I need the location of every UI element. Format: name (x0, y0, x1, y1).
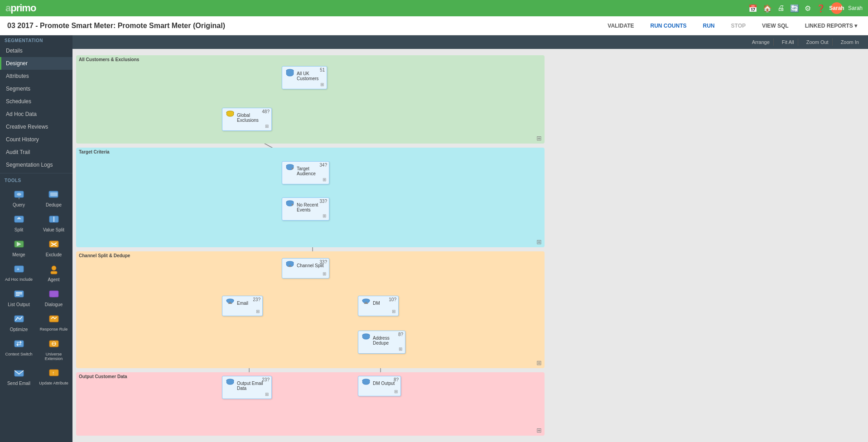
node-dm[interactable]: 10? DM ⊞ (358, 296, 399, 316)
db-icon-1 (285, 68, 295, 78)
node-address-dedupe[interactable]: 8? Address Dedupe ⊞ (358, 331, 405, 354)
home-icon[interactable]: 🏠 (763, 4, 772, 13)
logo: aprimo (5, 2, 36, 14)
node-footer-icon-3: ⊞ (323, 177, 326, 182)
sidebar-item-designer[interactable]: Designer (0, 57, 72, 70)
tool-optimize[interactable]: Optimize (2, 311, 36, 335)
avatar[interactable]: Sarah (831, 2, 843, 14)
svg-point-16 (52, 266, 56, 270)
lane-exclusions-label: All Customers & Exclusions (79, 57, 139, 62)
sidebar-item-schedules[interactable]: Schedules (0, 95, 72, 108)
arrange-button[interactable]: Arrange (748, 38, 774, 46)
sidebar-item-creative-reviews[interactable]: Creative Reviews (0, 120, 72, 133)
tool-agent[interactable]: Agent (37, 261, 71, 285)
fit-all-button[interactable]: Fit All (778, 38, 798, 46)
list-output-icon (13, 288, 25, 301)
tool-send-email-label: Send Email (7, 381, 30, 386)
node-footer-icon-4: ⊞ (323, 213, 326, 218)
zoom-out-button[interactable]: Zoom Out (803, 38, 833, 46)
refresh-icon[interactable]: 🔄 (790, 4, 799, 13)
run-button[interactable]: RUN (699, 21, 719, 31)
sidebar-item-segmentation-logs[interactable]: Segmentation Logs (0, 159, 72, 171)
sidebar-item-segments[interactable]: Segments (0, 82, 72, 95)
canvas-inner: All Customers & Exclusions ⊞ Target Crit… (72, 49, 548, 442)
node-count-5: 33? (319, 259, 327, 264)
node-global-exclusions[interactable]: 48? Global Exclusions ⊞ (222, 108, 272, 131)
node-count-8: 8? (398, 332, 403, 337)
tool-list-output-label: List Output (8, 302, 29, 307)
ad-hoc-include-icon: + (13, 264, 25, 276)
help-icon[interactable]: ❓ (816, 4, 825, 13)
logo-text: a (5, 2, 10, 14)
node-email[interactable]: 23? Email ⊞ (222, 296, 263, 316)
run-counts-button[interactable]: RUN COUNTS (647, 21, 690, 31)
canvas-area: Arrange Fit All Zoom Out Zoom In (72, 35, 868, 442)
tool-context-switch[interactable]: Context Switch (2, 336, 36, 364)
node-all-uk-customers[interactable]: 51 All UK Customers ⊞ (282, 66, 327, 89)
top-icons: 📅 🏠 🖨 🔄 ⚙ ❓ Sarah Sarah (748, 2, 863, 14)
canvas-toolbar: Arrange Fit All Zoom Out Zoom In (72, 35, 868, 49)
dedupe-icon (48, 189, 60, 202)
node-footer-icon-5: ⊞ (323, 271, 326, 276)
validate-button[interactable]: VALIDATE (604, 21, 637, 31)
user-name[interactable]: Sarah (848, 5, 863, 11)
tool-query[interactable]: Query (2, 186, 36, 210)
tool-dedupe[interactable]: Dedupe (37, 186, 71, 210)
tool-value-split[interactable]: Value Split (37, 211, 71, 235)
tool-update-attribute[interactable]: ↑ Update Attribute (37, 365, 71, 389)
tool-merge[interactable]: Merge (2, 236, 36, 260)
node-channel-split[interactable]: 33? Channel Split ⊞ (282, 258, 329, 279)
tool-list-output[interactable]: List Output (2, 286, 36, 310)
tool-dialogue[interactable]: Dialogue (37, 286, 71, 310)
db-icon-2 (225, 110, 235, 120)
db-icon-7 (361, 298, 371, 308)
tool-ad-hoc-include[interactable]: + Ad Hoc Include (2, 261, 36, 285)
node-count-3: 34? (319, 163, 327, 168)
node-no-recent-events[interactable]: 33? No Recent Events ⊞ (282, 197, 329, 221)
node-target-audience[interactable]: 34? Target Audience ⊞ (282, 161, 329, 184)
tools-grid: Query Dedupe Split (0, 184, 72, 390)
agent-icon (48, 264, 60, 276)
node-count-4: 33? (319, 199, 327, 204)
lane-resize-icon-2: ⊞ (536, 238, 542, 245)
node-output-email-data[interactable]: 23? Output Email Data ⊞ (222, 376, 272, 399)
sidebar-item-attributes[interactable]: Attributes (0, 70, 72, 82)
tool-response-rule[interactable]: Response Rule (37, 311, 71, 335)
node-count-6: 23? (253, 297, 260, 302)
view-sql-button[interactable]: VIEW SQL (758, 21, 792, 31)
node-label-3: Target Audience (297, 166, 326, 176)
canvas[interactable]: All Customers & Exclusions ⊞ Target Crit… (72, 49, 868, 442)
sidebar-divider (0, 173, 72, 173)
response-rule-icon (48, 313, 60, 326)
svg-text:↑: ↑ (52, 370, 55, 375)
zoom-in-button[interactable]: Zoom In (837, 38, 863, 46)
linked-reports-button[interactable]: LINKED REPORTS ▾ (801, 21, 861, 31)
tool-response-rule-label: Response Rule (40, 327, 68, 332)
lane-channel-label: Channel Split & Dedupe (79, 253, 130, 258)
tool-exclude[interactable]: Exclude (37, 236, 71, 260)
lane-resize-icon-3: ⊞ (536, 359, 542, 366)
node-footer-icon-2: ⊞ (265, 124, 269, 129)
node-footer-icon-7: ⊞ (392, 309, 395, 314)
node-dm-output[interactable]: 8? DM Output ⊞ (358, 376, 401, 396)
node-count-10: 8? (394, 377, 399, 382)
tool-merge-label: Merge (12, 252, 25, 257)
lane-resize-icon: ⊞ (536, 135, 542, 142)
sidebar-item-count-history[interactable]: Count History (0, 133, 72, 146)
sidebar-item-details[interactable]: Details (0, 44, 72, 57)
tool-send-email[interactable]: Send Email (2, 365, 36, 389)
sidebar-item-audit-trail[interactable]: Audit Trail (0, 146, 72, 159)
calendar-icon[interactable]: 📅 (748, 4, 757, 13)
svg-rect-26 (14, 341, 24, 347)
print-icon[interactable]: 🖨 (777, 4, 785, 12)
node-footer-icon-8: ⊞ (399, 346, 402, 351)
tool-universe-extension[interactable]: Universe Extension (37, 336, 71, 364)
tool-dialogue-label: Dialogue (45, 302, 63, 307)
swim-lane-output: Output Customer Data ⊞ (76, 372, 545, 436)
sidebar-item-ad-hoc-data[interactable]: Ad Hoc Data (0, 108, 72, 120)
merge-icon (13, 239, 25, 251)
settings-icon[interactable]: ⚙ (805, 4, 811, 13)
node-footer-icon-9: ⊞ (265, 392, 269, 397)
tool-split[interactable]: Split (2, 211, 36, 235)
linked-reports-label: LINKED REPORTS ▾ (805, 23, 857, 29)
